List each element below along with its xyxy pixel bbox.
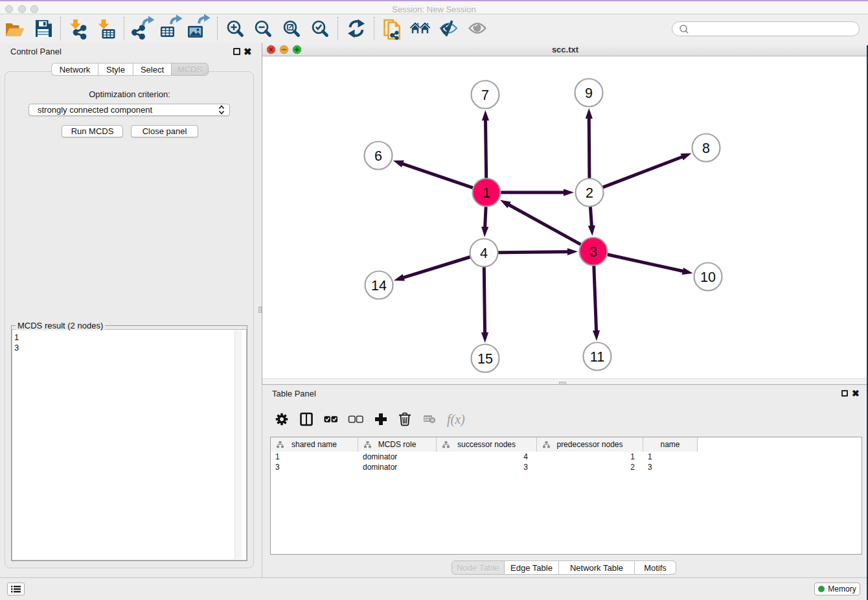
svg-text:6: 6 xyxy=(374,148,382,164)
svg-text:f(x): f(x) xyxy=(447,412,465,427)
svg-text:4: 4 xyxy=(480,246,488,261)
svg-text:8: 8 xyxy=(702,141,710,156)
svg-text:2: 2 xyxy=(586,185,593,201)
svg-text:10: 10 xyxy=(700,270,716,285)
svg-text:7: 7 xyxy=(481,87,489,103)
svg-text:1: 1 xyxy=(483,185,490,201)
svg-text:14: 14 xyxy=(371,278,387,294)
svg-text:15: 15 xyxy=(477,351,493,367)
svg-text:3: 3 xyxy=(589,244,597,260)
svg-text:9: 9 xyxy=(585,86,593,101)
svg-text:11: 11 xyxy=(590,349,604,365)
